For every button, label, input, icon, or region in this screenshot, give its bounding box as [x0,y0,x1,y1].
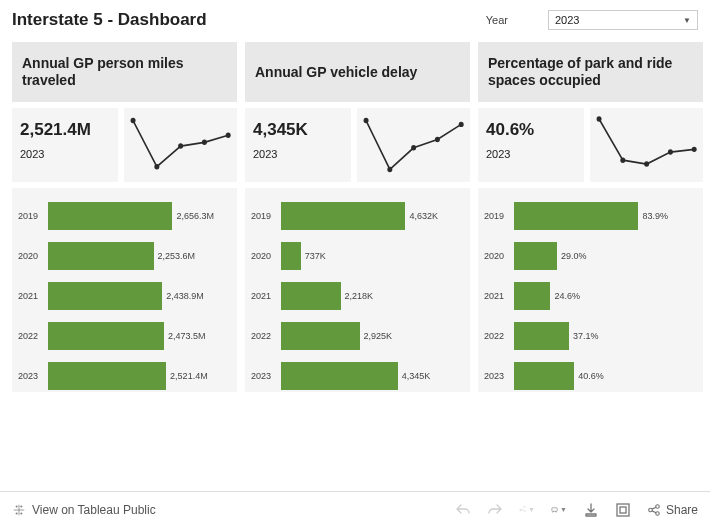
metric-panel: Annual GP person miles traveled2,521.4M2… [12,42,237,392]
bar-fill [281,202,405,230]
kpi-box: 2,521.4M2023 [12,108,118,182]
bar-year-label: 2020 [251,251,281,261]
svg-point-32 [656,511,660,515]
bar-year-label: 2019 [18,211,48,221]
bar-value-label: 2,438.9M [166,291,204,301]
year-filter-label: Year [486,14,508,26]
svg-point-8 [435,137,440,142]
metric-panel: Percentage of park and ride spaces occup… [478,42,703,392]
bar-fill [514,282,550,310]
svg-point-30 [649,508,653,512]
sparkline [590,108,703,182]
bar-value-label: 2,253.6M [158,251,196,261]
svg-point-5 [363,118,368,123]
undo-button[interactable] [455,502,471,518]
metric-header: Percentage of park and ride spaces occup… [478,42,703,102]
download-button[interactable] [583,502,599,518]
bar-value-label: 40.6% [578,371,604,381]
year-select-value: 2023 [555,14,579,26]
bar-row: 20232,521.4M [18,356,231,396]
bar-fill [281,282,341,310]
svg-rect-29 [620,507,626,513]
bar-year-label: 2023 [251,371,281,381]
bar-year-label: 2022 [251,331,281,341]
svg-point-13 [668,149,673,154]
bar-value-label: 2,218K [345,291,374,301]
fullscreen-button[interactable] [615,502,631,518]
bar-fill [281,242,301,270]
bar-row: 202124.6% [484,276,697,316]
reset-button[interactable]: ▼ [519,502,535,518]
svg-point-12 [644,161,649,166]
svg-point-2 [178,143,183,148]
svg-point-9 [458,122,463,127]
bar-value-label: 2,521.4M [170,371,208,381]
bar-year-label: 2021 [484,291,514,301]
bar-fill [48,202,172,230]
kpi-year: 2023 [253,148,343,160]
bar-row: 20212,218K [251,276,464,316]
bar-fill [281,322,360,350]
svg-rect-28 [617,504,629,516]
sparkline [124,108,237,182]
tableau-icon [12,503,26,517]
bar-year-label: 2023 [484,371,514,381]
svg-line-34 [652,510,656,512]
bar-fill [48,242,154,270]
svg-point-7 [411,145,416,150]
bar-value-label: 24.6% [554,291,580,301]
svg-point-10 [596,116,601,121]
year-select[interactable]: 2023 ▼ [548,10,698,30]
bar-row: 20222,473.5M [18,316,231,356]
bar-year-label: 2021 [251,291,281,301]
kpi-box: 40.6%2023 [478,108,584,182]
svg-point-31 [656,504,660,508]
bar-fill [514,322,569,350]
bar-fill [48,282,162,310]
bar-fill [514,362,574,390]
svg-point-0 [130,118,135,123]
bar-row: 202340.6% [484,356,697,396]
redo-button[interactable] [487,502,503,518]
bar-year-label: 2019 [484,211,514,221]
page-title: Interstate 5 - Dashboard [12,10,207,30]
bar-year-label: 2023 [18,371,48,381]
share-icon [647,503,661,517]
bar-row: 2020737K [251,236,464,276]
bar-year-label: 2020 [484,251,514,261]
svg-rect-25 [552,507,557,511]
footer-toolbar: View on Tableau Public ▼ ▼ Share [0,491,710,527]
bar-fill [281,362,398,390]
svg-point-14 [691,147,696,152]
view-on-tableau-label: View on Tableau Public [32,503,156,517]
bar-row: 20212,438.9M [18,276,231,316]
metric-header: Annual GP vehicle delay [245,42,470,102]
bar-row: 20194,632K [251,196,464,236]
kpi-value: 4,345K [253,120,343,140]
bar-year-label: 2019 [251,211,281,221]
kpi-value: 40.6% [486,120,576,140]
bar-fill [48,322,164,350]
view-on-tableau-link[interactable]: View on Tableau Public [12,503,156,517]
bar-year-label: 2022 [484,331,514,341]
bar-row: 201983.9% [484,196,697,236]
bar-year-label: 2021 [18,291,48,301]
bar-fill [48,362,166,390]
svg-point-11 [620,157,625,162]
bar-value-label: 2,925K [364,331,393,341]
metric-header: Annual GP person miles traveled [12,42,237,102]
kpi-value: 2,521.4M [20,120,110,140]
presentation-button[interactable]: ▼ [551,502,567,518]
sparkline [357,108,470,182]
bar-value-label: 737K [305,251,326,261]
bar-value-label: 4,632K [409,211,438,221]
bar-value-label: 37.1% [573,331,599,341]
year-filter: Year 2023 ▼ [486,10,698,30]
bar-fill [514,202,638,230]
bar-row: 202237.1% [484,316,697,356]
share-button[interactable]: Share [647,503,698,517]
svg-point-6 [387,167,392,172]
share-label: Share [666,503,698,517]
bar-fill [514,242,557,270]
bar-row: 20192,656.3M [18,196,231,236]
